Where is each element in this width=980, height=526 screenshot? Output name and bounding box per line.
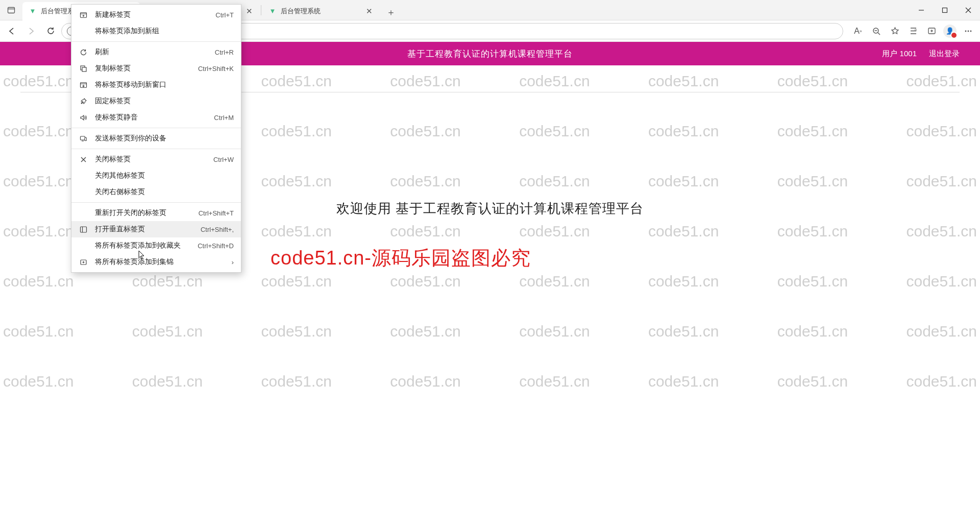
menu-item-shortcut: Ctrl+M [214,114,234,122]
more-button[interactable] [960,22,977,40]
move-icon [79,80,88,89]
menu-item-label: 关闭其他标签页 [95,171,234,180]
menu-item-shortcut: Ctrl+Shift+T [199,209,234,217]
maximize-button[interactable] [933,0,957,20]
minimize-button[interactable] [910,0,933,20]
menu-icon-blank [79,171,88,180]
menu-separator [71,149,241,149]
tab-close-button[interactable]: ✕ [244,7,254,16]
menu-separator [71,128,241,128]
nav-back-button[interactable] [3,22,20,40]
pin-icon [79,97,88,106]
favorites-button[interactable] [886,22,903,40]
menu-icon-blank [79,241,88,250]
menu-item[interactable]: 使标签页静音Ctrl+M [71,109,241,126]
read-aloud-button[interactable]: A» [849,22,867,40]
svg-point-12 [965,30,967,32]
chevron-right-icon: › [232,258,234,266]
collections-icon [79,257,88,267]
tab-separator [261,5,261,15]
menu-icon-blank [79,27,88,36]
refresh-button[interactable] [42,22,59,40]
svg-point-13 [968,30,969,32]
menu-item-label: 重新打开关闭的标签页 [95,208,191,218]
new-tab-icon [79,10,88,19]
menu-item[interactable]: 关闭其他标签页 [71,168,241,184]
zoom-out-button[interactable] [868,22,885,40]
menu-item[interactable]: 新建标签页Ctrl+T [71,7,241,23]
app-title: 基于工程教育认证的计算机课程管理平台 [407,48,573,60]
svg-rect-3 [943,8,947,12]
menu-item-label: 使标签页静音 [95,113,207,122]
menu-item[interactable]: 打开垂直标签页Ctrl+Shift+, [71,221,241,237]
menu-item[interactable]: 将所有标签页添加到集锦› [71,254,241,270]
tab-actions-button[interactable] [0,0,22,20]
devices-icon [79,134,88,143]
menu-item-label: 将所有标签页添加到集锦 [95,257,225,267]
logout-link[interactable]: 退出登录 [929,49,960,59]
menu-item-label: 将标签页移动到新窗口 [95,80,234,89]
menu-item[interactable]: 关闭标签页Ctrl+W [71,151,241,168]
vue-favicon: ▼ [268,7,277,15]
user-label[interactable]: 用户 1001 [882,49,917,59]
mouse-cursor [137,250,145,259]
menu-item-label: 关闭标签页 [95,155,206,164]
menu-item-shortcut: Ctrl+Shift+K [198,65,234,73]
tab-close-button[interactable]: ✕ [364,7,374,16]
menu-separator [71,41,241,42]
menu-item-shortcut: Ctrl+Shift+D [198,242,234,250]
menu-item[interactable]: 将所有标签页添加到收藏夹Ctrl+Shift+D [71,237,241,254]
menu-icon-blank [79,208,88,218]
menu-icon-blank [79,187,88,197]
tab-context-menu: 新建标签页Ctrl+T将标签页添加到新组刷新Ctrl+R复制标签页Ctrl+Sh… [71,4,241,273]
menu-item[interactable]: 将标签页添加到新组 [71,23,241,39]
vue-favicon: ▼ [29,7,37,15]
menu-item[interactable]: 重新打开关闭的标签页Ctrl+Shift+T [71,205,241,221]
new-tab-button[interactable]: ＋ [383,4,399,20]
svg-rect-28 [80,227,86,232]
menu-item[interactable]: 固定标签页 [71,93,241,109]
menu-item-shortcut: Ctrl+Shift+, [201,226,234,233]
favorites-bar-button[interactable] [904,22,922,40]
window-controls [910,0,980,20]
menu-item-shortcut: Ctrl+W [213,156,234,163]
menu-separator [71,202,241,203]
menu-item[interactable]: 刷新Ctrl+R [71,44,241,60]
menu-item-label: 关闭右侧标签页 [95,187,234,197]
close-window-button[interactable] [957,0,980,20]
duplicate-icon [79,64,88,73]
menu-item-label: 将标签页添加到新组 [95,27,234,36]
svg-rect-23 [80,136,85,140]
menu-item-label: 将所有标签页添加到收藏夹 [95,241,190,250]
svg-point-14 [970,30,972,32]
menu-item-shortcut: Ctrl+T [215,11,234,19]
nav-forward-button[interactable] [22,22,40,40]
browser-tab-2[interactable]: ▼ 后台管理系统 ✕ [262,2,380,20]
collections-button[interactable] [923,22,940,40]
menu-item-label: 复制标签页 [95,64,191,73]
menu-item[interactable]: 将标签页移动到新窗口 [71,77,241,93]
svg-rect-20 [82,67,86,71]
vtabs-icon [79,225,88,234]
profile-button[interactable]: 👤 [941,22,959,40]
refresh-icon [79,47,88,57]
menu-item-label: 刷新 [95,47,208,57]
tab-title: 后台管理系统 [281,7,360,16]
menu-item-shortcut: Ctrl+R [215,49,234,56]
close-icon [79,155,88,164]
menu-item-label: 固定标签页 [95,97,234,106]
svg-rect-0 [8,7,15,13]
menu-item[interactable]: 发送标签页到你的设备 [71,130,241,147]
svg-line-7 [878,33,880,35]
menu-item[interactable]: 复制标签页Ctrl+Shift+K [71,60,241,77]
menu-item-label: 打开垂直标签页 [95,225,193,234]
mute-icon [79,113,88,122]
menu-item-label: 新建标签页 [95,10,208,19]
svg-rect-25 [85,137,86,140]
menu-item[interactable]: 关闭右侧标签页 [71,184,241,200]
menu-item-label: 发送标签页到你的设备 [95,134,234,143]
